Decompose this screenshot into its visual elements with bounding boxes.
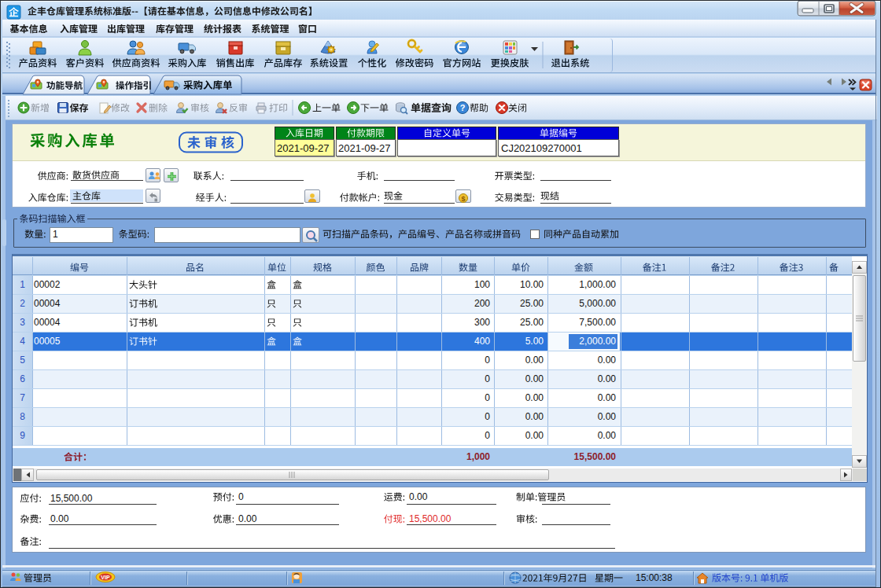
svg-text:$: $ bbox=[461, 195, 465, 203]
svg-text:100: 100 bbox=[474, 279, 490, 290]
svg-text:0.00: 0.00 bbox=[598, 355, 617, 366]
svg-text:25.00: 25.00 bbox=[520, 298, 544, 309]
svg-text:0.00: 0.00 bbox=[598, 392, 617, 403]
svg-text:0: 0 bbox=[238, 491, 244, 502]
svg-text:15:00:38: 15:00:38 bbox=[636, 572, 673, 583]
svg-text:2: 2 bbox=[20, 298, 25, 309]
svg-text:2021-09-27: 2021-09-27 bbox=[277, 142, 330, 154]
svg-text:0: 0 bbox=[485, 411, 490, 422]
svg-text:0.00: 0.00 bbox=[598, 430, 617, 441]
svg-text:0: 0 bbox=[485, 355, 490, 366]
svg-text:300: 300 bbox=[474, 317, 490, 328]
svg-text:00004: 00004 bbox=[34, 317, 61, 328]
svg-text:2021-09-27: 2021-09-27 bbox=[338, 142, 391, 154]
svg-text:200: 200 bbox=[474, 298, 490, 309]
svg-text:CJ202109270001: CJ202109270001 bbox=[501, 142, 582, 154]
svg-text:0.00: 0.00 bbox=[525, 430, 544, 441]
svg-text:15,500.00: 15,500.00 bbox=[50, 493, 93, 504]
svg-text:7,500.00: 7,500.00 bbox=[579, 317, 616, 328]
svg-text:1: 1 bbox=[20, 279, 25, 290]
svg-text:0: 0 bbox=[485, 392, 490, 403]
svg-text:0.00: 0.00 bbox=[598, 411, 617, 422]
svg-text:0.00: 0.00 bbox=[525, 355, 544, 366]
svg-text:1: 1 bbox=[53, 229, 58, 240]
svg-text:15,500.00: 15,500.00 bbox=[574, 451, 617, 462]
svg-text:15,500.00: 15,500.00 bbox=[409, 513, 452, 524]
svg-text:0.00: 0.00 bbox=[598, 373, 617, 384]
svg-text:0.00: 0.00 bbox=[525, 392, 544, 403]
svg-text:25.00: 25.00 bbox=[520, 317, 544, 328]
svg-text:0.00: 0.00 bbox=[409, 491, 428, 502]
svg-text:3: 3 bbox=[20, 317, 25, 328]
svg-text:8: 8 bbox=[20, 411, 25, 422]
svg-text:6: 6 bbox=[20, 373, 25, 384]
svg-text:VIP: VIP bbox=[101, 575, 110, 580]
svg-text:9: 9 bbox=[20, 430, 25, 441]
svg-text:7: 7 bbox=[20, 392, 25, 403]
svg-text:400: 400 bbox=[474, 336, 490, 347]
svg-text:0: 0 bbox=[485, 373, 490, 384]
svg-text:00004: 00004 bbox=[34, 298, 61, 309]
svg-text:0.00: 0.00 bbox=[238, 513, 257, 524]
svg-text:0.00: 0.00 bbox=[525, 411, 544, 422]
svg-text:2,000.00: 2,000.00 bbox=[579, 336, 616, 347]
svg-text:5,000.00: 5,000.00 bbox=[579, 298, 616, 309]
svg-text:0.00: 0.00 bbox=[525, 373, 544, 384]
svg-text:00005: 00005 bbox=[34, 336, 61, 347]
svg-text:0: 0 bbox=[485, 430, 490, 441]
svg-text:1,000: 1,000 bbox=[466, 451, 490, 462]
svg-text:1,000.00: 1,000.00 bbox=[579, 279, 616, 290]
svg-text:10.00: 10.00 bbox=[520, 279, 544, 290]
svg-text:5: 5 bbox=[20, 355, 25, 366]
svg-text:00002: 00002 bbox=[34, 279, 61, 290]
svg-text:4: 4 bbox=[20, 336, 25, 347]
svg-text:5.00: 5.00 bbox=[525, 336, 544, 347]
svg-text:?: ? bbox=[460, 103, 466, 112]
svg-text:0.00: 0.00 bbox=[50, 513, 69, 524]
